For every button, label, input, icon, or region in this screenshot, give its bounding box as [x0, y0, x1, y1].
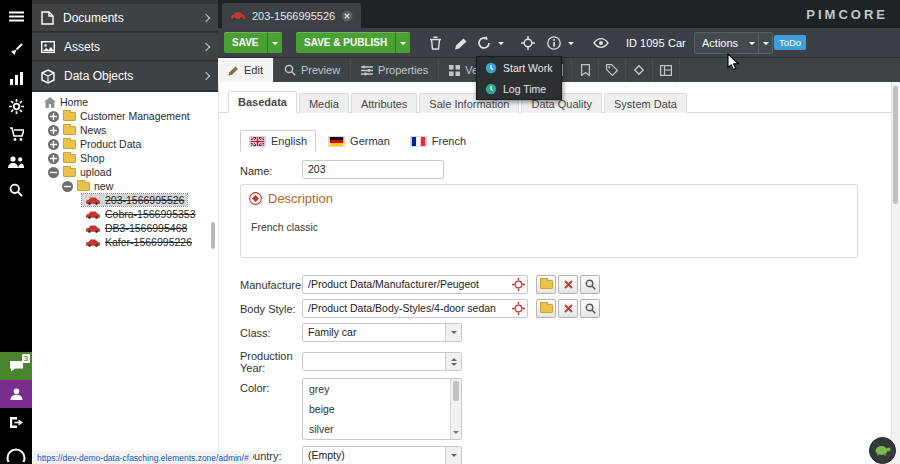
- ecommerce-cart-icon[interactable]: [0, 122, 32, 146]
- list-option[interactable]: grey: [303, 379, 461, 399]
- collapse-minus-icon[interactable]: [48, 167, 59, 178]
- tree-node-object[interactable]: Kafer-1566995226: [32, 235, 218, 249]
- folder-icon: [540, 280, 553, 289]
- tab-basedata[interactable]: Basedata: [228, 91, 297, 113]
- tab-title: 203-1566995526: [252, 10, 335, 22]
- color-multiselect[interactable]: grey beige silver: [302, 378, 462, 440]
- tab-attributes[interactable]: Attributes: [351, 93, 417, 113]
- save-publish-label: SAVE & PUBLISH: [296, 32, 395, 53]
- info-button[interactable]: [543, 32, 565, 54]
- delete-button[interactable]: [424, 32, 446, 54]
- tools-icon[interactable]: [0, 38, 32, 62]
- locate-in-tree-button[interactable]: [517, 32, 539, 54]
- tab-preview[interactable]: Preview: [274, 58, 351, 82]
- support-turtle-widget[interactable]: [869, 437, 896, 464]
- search-icon[interactable]: [0, 178, 32, 202]
- tree-node-object[interactable]: Cobra-1566995353: [32, 207, 218, 221]
- list-option[interactable]: silver: [303, 419, 461, 439]
- main-scrollbar-thumb[interactable]: [893, 86, 898, 204]
- reload-button[interactable]: [473, 32, 495, 54]
- save-button[interactable]: SAVE: [224, 32, 282, 53]
- description-header[interactable]: Description: [249, 191, 333, 206]
- layout-button[interactable]: [653, 58, 680, 82]
- manufacturer-remove-button[interactable]: [558, 275, 578, 294]
- logout-icon[interactable]: [0, 410, 32, 434]
- rename-button[interactable]: [449, 32, 471, 54]
- spinner-arrows[interactable]: [445, 353, 461, 370]
- open-preview-button[interactable]: [590, 32, 612, 54]
- tree-node-object[interactable]: DB3-1566995468: [32, 221, 218, 235]
- turtle-icon: [874, 444, 891, 457]
- tree-node-label: upload: [80, 166, 112, 178]
- manufacturer-input[interactable]: /Product Data/Manufacturer/Peugeot: [302, 275, 528, 294]
- settings-gear-icon[interactable]: [0, 94, 32, 118]
- chevron-down-icon[interactable]: [445, 324, 461, 341]
- customers-icon[interactable]: [0, 150, 32, 174]
- reload-dropdown[interactable]: [494, 32, 507, 54]
- sidebar-panel-assets[interactable]: Assets: [32, 33, 218, 61]
- tab-properties[interactable]: Properties: [351, 58, 439, 82]
- language-tab-english[interactable]: English: [240, 130, 316, 152]
- menu-icon[interactable]: [0, 4, 32, 28]
- tree-node-object-selected[interactable]: 203-1566995526: [32, 193, 218, 207]
- tree-node-folder-new[interactable]: new: [32, 179, 218, 193]
- relation-target-icon[interactable]: [512, 278, 525, 291]
- manufacturer-search-button[interactable]: [580, 275, 600, 294]
- tree-node-folder-upload[interactable]: upload: [32, 165, 218, 179]
- description-text[interactable]: French classic: [251, 221, 318, 233]
- body-style-open-button[interactable]: [536, 299, 556, 318]
- relation-target-icon[interactable]: [512, 302, 525, 315]
- tree-node-folder[interactable]: Customer Management: [32, 109, 218, 123]
- scroll-down-icon[interactable]: [453, 431, 459, 437]
- close-icon[interactable]: [341, 10, 353, 22]
- sidebar-panel-documents[interactable]: Documents: [32, 4, 218, 32]
- list-scrollbar-thumb[interactable]: [453, 381, 459, 401]
- actions-split-dropdown[interactable]: [758, 33, 772, 53]
- save-publish-button[interactable]: SAVE & PUBLISH: [296, 32, 410, 53]
- manufacturer-open-button[interactable]: [536, 275, 556, 294]
- chat-tile[interactable]: 3: [0, 352, 32, 380]
- menu-item-start-work[interactable]: Start Work: [477, 57, 561, 78]
- bookmark-button[interactable]: [572, 58, 599, 82]
- red-x-icon: [564, 304, 573, 313]
- language-tab-french[interactable]: French: [402, 130, 474, 152]
- tags-button[interactable]: [599, 58, 626, 82]
- expand-plus-icon[interactable]: [48, 153, 59, 164]
- collapse-minus-icon[interactable]: [62, 181, 73, 192]
- expand-plus-icon[interactable]: [48, 111, 59, 122]
- tree-node-folder[interactable]: Shop: [32, 151, 218, 165]
- info-dropdown[interactable]: [564, 32, 577, 54]
- class-select[interactable]: Family car: [302, 323, 462, 342]
- menu-item-log-time[interactable]: Log Time: [477, 78, 561, 99]
- expand-plus-icon[interactable]: [48, 139, 59, 150]
- name-input[interactable]: 203: [302, 160, 444, 179]
- tree-node-label: Customer Management: [80, 110, 190, 122]
- save-publish-dropdown[interactable]: [395, 32, 410, 53]
- tree-node-folder[interactable]: Product Data: [32, 137, 218, 151]
- actions-button[interactable]: Actions: [694, 32, 773, 54]
- production-year-spinner[interactable]: [302, 352, 462, 371]
- save-dropdown[interactable]: [267, 32, 282, 53]
- list-option[interactable]: beige: [303, 399, 461, 419]
- versions-grid-icon: [449, 65, 460, 76]
- workflow-button[interactable]: [626, 58, 653, 82]
- tree-node-folder[interactable]: News: [32, 123, 218, 137]
- chevron-down-icon[interactable]: [445, 447, 461, 464]
- body-style-search-button[interactable]: [580, 299, 600, 318]
- tab-media[interactable]: Media: [299, 93, 349, 113]
- open-object-tab[interactable]: 203-1566995526: [222, 3, 361, 28]
- tab-system-data[interactable]: System Data: [604, 93, 687, 113]
- sidebar-panel-data-objects[interactable]: Data Objects: [32, 62, 218, 91]
- country-select[interactable]: (Empty): [302, 446, 462, 464]
- tree-scrollbar-thumb[interactable]: [211, 222, 215, 249]
- tab-label: System Data: [614, 98, 677, 110]
- body-style-remove-button[interactable]: [558, 299, 578, 318]
- tree-node-home[interactable]: Home: [32, 95, 218, 109]
- expand-plus-icon[interactable]: [48, 125, 59, 136]
- reports-icon[interactable]: [0, 66, 32, 90]
- language-tab-german[interactable]: German: [320, 130, 398, 152]
- body-style-input[interactable]: /Product Data/Body-Styles/4-door sedan: [302, 299, 528, 318]
- account-tile[interactable]: [0, 380, 32, 408]
- list-scrollbar[interactable]: [450, 379, 461, 439]
- tab-edit[interactable]: Edit: [218, 58, 274, 82]
